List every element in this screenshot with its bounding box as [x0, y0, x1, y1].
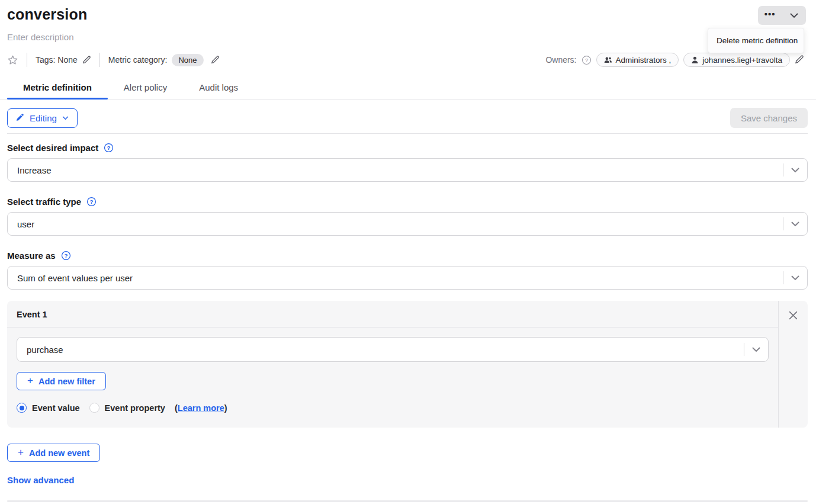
form-group-measure: Measure as ? Sum of event values per use…	[7, 251, 808, 290]
traffic-select[interactable]: user	[7, 212, 808, 236]
tab-alert-policy[interactable]: Alert policy	[108, 82, 183, 99]
help-icon[interactable]: ?	[86, 197, 97, 207]
learn-more-wrap: (Learn more)	[175, 403, 227, 413]
chevron-down-icon	[783, 168, 807, 173]
event-card-main: Event 1 purchase + Add new filter Event …	[7, 301, 778, 428]
event-card-body: purchase + Add new filter Event value Ev…	[7, 328, 778, 422]
owner-badge-group[interactable]: Administrators ,	[596, 53, 679, 67]
editing-mode-button[interactable]: Editing	[7, 108, 78, 128]
impact-label: Select desired impact	[7, 143, 98, 153]
add-event-label: Add new event	[29, 448, 89, 458]
save-changes-button[interactable]: Save changes	[730, 108, 808, 128]
chevron-down-icon	[783, 275, 807, 281]
menu-item-delete-metric-definition[interactable]: Delete metric definition	[708, 34, 804, 47]
metric-definition-page: conversion Enter description Tags: None …	[0, 0, 816, 504]
tags-label: Tags: None	[36, 55, 78, 65]
measure-select-value: Sum of event values per user	[8, 273, 783, 283]
help-icon[interactable]: ?	[104, 143, 114, 153]
edit-owners-pencil-icon[interactable]	[795, 55, 804, 65]
chevron-down-icon	[783, 221, 807, 227]
divider	[7, 500, 808, 502]
measure-by-radio-group: Event value Event property (Learn more)	[17, 403, 769, 413]
paren-close: )	[224, 403, 227, 413]
radio-event-value[interactable]	[17, 403, 27, 413]
form-group-traffic: Select traffic type ? user	[7, 197, 808, 236]
add-filter-label: Add new filter	[38, 377, 95, 386]
metric-category-badge: None	[172, 54, 203, 66]
impact-select[interactable]: Increase	[7, 158, 808, 182]
svg-text:?: ?	[90, 198, 94, 205]
owners-label: Owners:	[545, 55, 576, 65]
toolbar: Editing Save changes	[7, 108, 808, 128]
radio-event-property[interactable]	[89, 403, 99, 413]
svg-text:?: ?	[584, 57, 587, 63]
more-actions-ellipsis-button[interactable]: •••	[758, 6, 782, 25]
owners-help-icon[interactable]: ?	[582, 55, 592, 65]
remove-event-close-icon[interactable]	[787, 309, 800, 322]
measure-label: Measure as	[7, 251, 56, 261]
page-title: conversion	[7, 6, 808, 23]
measure-select[interactable]: Sum of event values per user	[7, 266, 808, 290]
owner-name: johannes.liegl+travolta	[702, 56, 782, 65]
event-card-side	[778, 301, 808, 428]
metric-category-label: Metric category:	[108, 55, 168, 65]
divider	[99, 53, 100, 67]
help-icon[interactable]: ?	[61, 251, 71, 261]
owner-badge-user[interactable]: johannes.liegl+travolta	[683, 53, 790, 67]
more-actions-split-button: •••	[758, 6, 806, 25]
user-icon	[691, 56, 699, 64]
event-select[interactable]: purchase	[17, 337, 769, 362]
event-card: Event 1 purchase + Add new filter Event …	[7, 301, 808, 428]
meta-row: Tags: None Metric category: None	[7, 52, 808, 68]
event-card-title: Event 1	[7, 301, 778, 327]
event-select-value: purchase	[17, 345, 744, 355]
divider	[7, 133, 808, 134]
radio-event-property-label[interactable]: Event property	[105, 403, 165, 413]
tab-bar: Metric definition Alert policy Audit log…	[0, 82, 816, 99]
chevron-down-icon	[790, 13, 798, 18]
edit-category-pencil-icon[interactable]	[211, 56, 220, 65]
edit-tags-pencil-icon[interactable]	[82, 56, 91, 65]
add-new-event-button[interactable]: + Add new event	[7, 444, 100, 462]
divider	[27, 53, 27, 67]
plus-icon: +	[27, 375, 33, 387]
meta-left: Tags: None Metric category: None	[7, 53, 220, 67]
editing-label: Editing	[30, 113, 57, 123]
impact-select-value: Increase	[8, 165, 783, 175]
traffic-label-row: Select traffic type ?	[7, 197, 808, 207]
measure-label-row: Measure as ?	[7, 251, 808, 261]
svg-text:?: ?	[64, 252, 68, 259]
tab-metric-definition[interactable]: Metric definition	[7, 82, 108, 99]
impact-label-row: Select desired impact ?	[7, 143, 808, 153]
favorite-star-icon[interactable]	[7, 54, 18, 66]
owner-name: Administrators ,	[616, 56, 672, 65]
radio-event-value-label[interactable]: Event value	[32, 403, 80, 413]
metric-category-item: Metric category: None	[108, 54, 220, 66]
chevron-down-icon	[62, 116, 69, 120]
form-group-impact: Select desired impact ? Increase	[7, 143, 808, 182]
owners-row: Owners: ? Administrators , johannes.lieg…	[545, 53, 804, 67]
actions-dropdown-menu: Delete metric definition	[708, 28, 804, 53]
plus-icon: +	[18, 447, 24, 458]
add-new-filter-button[interactable]: + Add new filter	[17, 372, 106, 390]
actions-chevron-down-button[interactable]	[782, 6, 807, 25]
show-advanced-link[interactable]: Show advanced	[7, 475, 74, 485]
traffic-label: Select traffic type	[7, 197, 81, 207]
traffic-select-value: user	[8, 219, 783, 229]
chevron-down-icon	[744, 347, 768, 352]
pencil-icon	[16, 114, 24, 122]
group-icon	[604, 56, 612, 64]
svg-text:?: ?	[107, 145, 111, 151]
description-placeholder[interactable]: Enter description	[7, 32, 808, 42]
learn-more-link[interactable]: Learn more	[178, 403, 224, 413]
tab-audit-logs[interactable]: Audit logs	[183, 82, 254, 99]
tags-item: Tags: None	[36, 55, 91, 65]
